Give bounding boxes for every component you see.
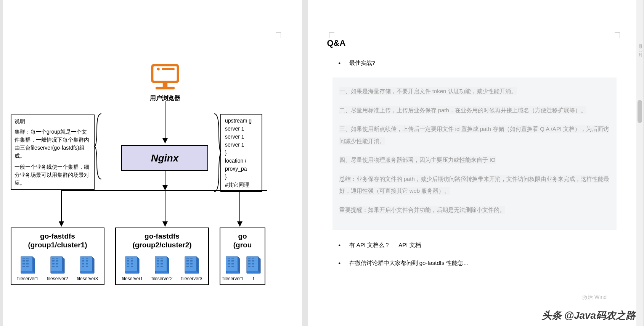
cluster-node: go-fastdfs(group1/cluster1)fileserver1fi… [11,228,104,285]
arrow-icon [239,190,240,226]
answer-line: 二、尽量用标准上传，上传后业务保存 path，在业务用的时候再并接上域名（方便迁… [339,106,586,114]
cluster-title-1: go-fastdfs [13,232,102,241]
svg-point-3 [157,68,160,70]
server-label: f [244,276,263,281]
server-icon [244,253,263,274]
fileserver-node: fileserver1 [222,253,243,281]
page-left-diagram: 用户浏览器 说明 集群：每一个group就是一个文件集群，一般情况下每个集群内由… [3,0,302,326]
answer-line: 三、如果使用断点续传，上传后一定要用文件 id 置换成 path 存储（如何置换… [339,125,609,145]
note-right: upstream gserver 1server 1server 1}locat… [220,114,262,192]
qa-heading: Q&A [327,38,622,48]
answer-line: 重要提醒：如果开启小文件合并功能，后期是无法删除小文件的。 [339,206,505,214]
corner-mark-icon [329,32,334,38]
answer-line: 四、尽量使用物理服务器部署，因为主要压力或性能来自于 IO [339,156,496,164]
config-line: server 1 [225,133,262,141]
author-brand: 头条 @Java码农之路 [542,309,636,322]
brace-left-icon [94,113,103,180]
svg-rect-1 [163,83,167,87]
fileserver-node: f [244,253,263,281]
question-list: 有 API 文档么？ API 文档 在微信讨论群中大家都问到 go-fastdf… [339,242,622,267]
server-label: fileserver3 [181,276,202,281]
server-icon [153,253,171,274]
question-item: 在微信讨论群中大家都问到 go-fastdfs 性能怎… [339,260,622,267]
api-doc-link[interactable]: API 文档 [398,242,421,248]
connector [165,171,165,190]
page-right-qa: Q&A 最佳实战? 一、如果是海量存储，不要开启文件 token 认证功能，减少… [308,0,641,326]
server-label: fileserver1 [17,276,38,281]
cluster-node: go(groufileserver1f [220,228,265,285]
config-line: upstream g [225,117,262,125]
note-left-p2: 一般一个业务线使一个集群，细分业务场景可以用集群的场景对应。 [14,163,91,187]
config-line: location / [225,157,262,165]
question-item: 最佳实战? [339,60,622,67]
monitor-icon [148,63,182,94]
config-line: server 1 [225,141,262,149]
arrow-icon [165,101,165,143]
server-icon [224,253,242,274]
config-line: } [225,149,262,157]
server-label: fileserver2 [151,276,172,281]
cluster-title-2: (group1/cluster1) [13,241,102,250]
fileserver-node: fileserver2 [151,253,172,281]
server-icon [19,253,37,274]
question-text: 在微信讨论群中大家都问到 go-fastdfs 性能怎… [349,260,469,266]
connector [61,190,267,191]
config-line: proxy_pa [225,165,262,173]
viewport: 用户浏览器 说明 集群：每一个group就是一个文件集群，一般情况下每个集群内由… [0,0,644,326]
fileserver-node: fileserver3 [181,253,202,281]
corner-mark-icon [276,32,281,38]
server-label: fileserver1 [122,276,143,281]
svg-rect-2 [156,87,175,89]
server-label: fileserver3 [77,276,98,281]
question-text: 最佳实战? [349,60,375,66]
side-tool-icons[interactable]: 目 〇 封 [638,41,643,51]
note-left: 说明 集群：每一个group就是一个文件集群，一般情况下每个集群内由三台file… [11,115,95,190]
arrow-icon [165,190,165,226]
cluster-title-1: go [222,232,263,241]
server-label: fileserver2 [47,276,68,281]
server-icon [78,253,96,274]
question-list: 最佳实战? [339,60,622,67]
fileserver-node: fileserver2 [47,253,68,281]
fileserver-node: fileserver1 [17,253,38,281]
answer-line: 总结：业务保存的文件的 path，减少后期访问路径转换带来开消，文件访问权限由业… [339,175,609,195]
server-icon [123,253,141,274]
server-icon [183,253,201,274]
nginx-node: Nginx [121,145,208,171]
answer-box: 一、如果是海量存储，不要开启文件 token 认证功能，减少性能开消。二、尽量用… [332,77,617,230]
question-text: 有 API 文档么？ [349,242,390,248]
user-browser-node: 用户浏览器 [148,63,182,102]
answer-line: 一、如果是海量存储，不要开启文件 token 认证功能，减少性能开消。 [339,87,517,95]
server-icon [48,253,67,274]
cluster-title-2: (grou [222,241,263,250]
architecture-diagram: 用户浏览器 说明 集群：每一个group就是一个文件集群，一般情况下每个集群内由… [7,8,259,321]
arrow-icon [61,190,62,226]
cluster-node: go-fastdfs(group2/cluster2)fileserver1fi… [115,228,209,285]
question-item: 有 API 文档么？ API 文档 [339,242,622,249]
config-line: } [225,173,262,181]
fileserver-node: fileserver3 [77,253,98,281]
svg-rect-4 [162,68,175,70]
cluster-title-2: (group2/cluster2) [117,241,207,250]
svg-rect-0 [152,65,178,82]
note-left-p1: 集群：每一个group就是一个文件集群，一般情况下每个集群内由三台fileser… [14,128,91,160]
server-label: fileserver1 [222,276,243,281]
fileserver-node: fileserver1 [122,253,143,281]
config-line: #其它同理 [225,181,262,189]
cluster-title-1: go-fastdfs [117,232,207,241]
note-left-title: 说明 [14,118,91,126]
config-line: server 1 [225,125,262,133]
windows-activation-watermark: 激活 Wind [582,294,607,301]
scroll-thumb[interactable] [638,100,642,123]
corner-mark-icon [615,32,620,38]
